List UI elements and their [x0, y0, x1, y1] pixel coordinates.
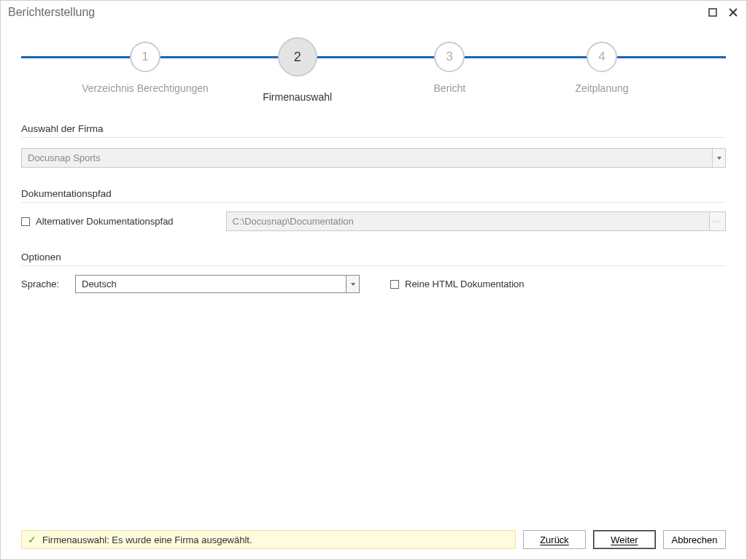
- section-options-title: Optionen: [21, 252, 726, 266]
- step-2-label: Firmenauswahl: [263, 91, 332, 103]
- titlebar: Berichterstellung: [1, 1, 746, 24]
- docpath-browse-button[interactable]: ···: [710, 211, 726, 231]
- ellipsis-icon: ···: [713, 219, 721, 224]
- language-combo-dropdown-button[interactable]: [347, 275, 360, 293]
- checkbox-box-icon: [390, 280, 399, 289]
- status-text: Firmenauswahl: Es wurde eine Firma ausge…: [42, 534, 252, 545]
- step-2-circle: 2: [278, 37, 317, 77]
- maximize-button[interactable]: [707, 7, 719, 18]
- section-company-title: Auswahl der Firma: [21, 123, 726, 138]
- window-title: Berichterstellung: [8, 6, 95, 19]
- checkbox-box-icon: [21, 217, 30, 226]
- content-area: 1 Verzeichnis Berechtigungen 2 Firmenaus…: [1, 24, 746, 559]
- section-company: Auswahl der Firma Docusnap Sports: [21, 123, 726, 168]
- step-4-label: Zeitplanung: [575, 82, 628, 94]
- step-4-circle: 4: [587, 42, 617, 72]
- docpath-input[interactable]: C:\Docusnap\Documentation: [226, 211, 710, 231]
- html-doc-checkbox[interactable]: Reine HTML Dokumentation: [390, 279, 525, 289]
- step-3-label: Bericht: [434, 82, 466, 94]
- back-button[interactable]: Zurück: [523, 530, 586, 549]
- wizard-window: Berichterstellung 1 Verzeichnis Berechti…: [0, 0, 747, 560]
- html-doc-label: Reine HTML Dokumentation: [405, 279, 525, 289]
- step-1[interactable]: 1 Verzeichnis Berechtigungen: [80, 36, 211, 103]
- company-combo[interactable]: Docusnap Sports: [21, 148, 726, 168]
- close-button[interactable]: [727, 7, 739, 18]
- svg-rect-0: [709, 9, 716, 16]
- status-bar: ✓ Firmenauswahl: Es wurde eine Firma aus…: [21, 530, 516, 549]
- company-combo-value: Docusnap Sports: [21, 148, 713, 168]
- language-combo-value: Deutsch: [75, 275, 347, 293]
- cancel-button[interactable]: Abbrechen: [663, 530, 726, 549]
- chevron-down-icon: [717, 157, 721, 160]
- footer: ✓ Firmenauswahl: Es wurde eine Firma aus…: [21, 530, 726, 549]
- company-combo-dropdown-button[interactable]: [713, 148, 726, 168]
- step-4[interactable]: 4 Zeitplanung: [536, 36, 667, 103]
- section-docpath-title: Dokumentationspfad: [21, 188, 726, 203]
- section-docpath: Dokumentationspfad Alternativer Dokument…: [21, 188, 726, 231]
- stepper-line: [21, 56, 726, 58]
- check-icon: ✓: [28, 534, 36, 545]
- step-3[interactable]: 3 Bericht: [384, 36, 515, 103]
- alt-docpath-label: Alternativer Dokumentationspfad: [36, 216, 174, 227]
- alt-docpath-checkbox[interactable]: Alternativer Dokumentationspfad: [21, 216, 174, 227]
- step-2[interactable]: 2 Firmenauswahl: [232, 36, 363, 103]
- section-options: Optionen Sprache: Deutsch Reine HTML Dok…: [21, 252, 726, 293]
- wizard-stepper: 1 Verzeichnis Berechtigungen 2 Firmenaus…: [21, 36, 726, 116]
- step-1-label: Verzeichnis Berechtigungen: [82, 82, 209, 94]
- chevron-down-icon: [351, 283, 355, 286]
- language-label: Sprache:: [21, 279, 65, 289]
- language-combo[interactable]: Deutsch: [75, 275, 360, 293]
- next-button[interactable]: Weiter: [593, 530, 656, 549]
- step-3-circle: 3: [434, 42, 465, 72]
- step-1-circle: 1: [130, 42, 160, 72]
